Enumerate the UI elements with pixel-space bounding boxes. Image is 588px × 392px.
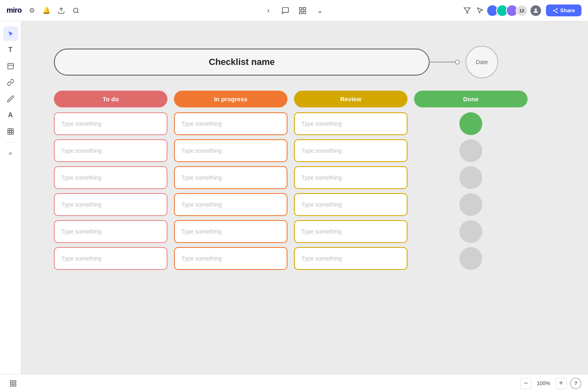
notifications-icon[interactable]: 🔔	[42, 6, 51, 15]
bottombar: − 100% + ?	[0, 374, 588, 392]
checklist-title[interactable]: Checklist name	[54, 49, 430, 76]
todo-card-6[interactable]: Type something	[54, 247, 167, 270]
svg-line-13	[555, 9, 556, 10]
sidebar-tool-link[interactable]	[3, 75, 18, 90]
review-card-5[interactable]: Type something	[294, 220, 408, 243]
board-icon[interactable]	[295, 3, 310, 18]
upload-icon[interactable]	[57, 6, 66, 15]
svg-line-2	[77, 12, 78, 13]
comment-icon[interactable]	[278, 3, 293, 18]
svg-rect-21	[10, 381, 12, 383]
svg-rect-22	[14, 381, 16, 383]
bottombar-left	[7, 377, 20, 390]
sidebar-tool-more[interactable]: »	[3, 146, 18, 160]
checklist-wrap: Checklist name Date To do Type something	[54, 46, 528, 270]
zoom-plus-button[interactable]: +	[555, 378, 567, 389]
inprogress-card-5[interactable]: Type something	[174, 220, 287, 243]
review-card-list: Type something Type something Type somet…	[294, 112, 408, 270]
user-avatar	[530, 4, 542, 17]
chevron-down-icon[interactable]: ⌄	[312, 3, 327, 18]
bottombar-right: − 100% + ?	[520, 378, 581, 389]
filter-icon[interactable]	[463, 6, 472, 15]
topbar-left: miro ⚙ 🔔	[7, 6, 261, 15]
col-header-review[interactable]: Review	[294, 91, 408, 107]
zoom-level: 100%	[535, 380, 552, 386]
review-card-6[interactable]: Type something	[294, 247, 408, 270]
svg-point-1	[74, 8, 78, 13]
todo-card-1[interactable]: Type something	[54, 112, 167, 135]
date-bubble[interactable]: Date	[466, 46, 498, 78]
todo-card-3[interactable]: Type something	[54, 166, 167, 189]
inprogress-card-1[interactable]: Type something	[174, 112, 287, 135]
col-header-done[interactable]: Done	[414, 91, 528, 107]
sidebar-tool-sticky[interactable]	[3, 59, 18, 74]
col-header-inprogress[interactable]: In progress	[174, 91, 287, 107]
column-todo: To do Type something Type something Type…	[54, 91, 167, 270]
zoom-minus-button[interactable]: −	[520, 378, 532, 389]
svg-point-11	[556, 11, 558, 13]
svg-rect-23	[14, 384, 16, 386]
columns: To do Type something Type something Type…	[54, 91, 528, 270]
share-label: Share	[560, 7, 575, 13]
column-done: Done	[414, 91, 528, 270]
review-card-1[interactable]: Type something	[294, 112, 408, 135]
settings-icon[interactable]: ⚙	[27, 6, 36, 15]
review-card-2[interactable]: Type something	[294, 139, 408, 162]
canvas: Checklist name Date To do Type something	[21, 21, 588, 392]
done-circles	[414, 112, 528, 270]
sidebar-separator	[6, 142, 16, 143]
svg-point-10	[553, 10, 555, 11]
topbar-right: 12 Share	[327, 4, 581, 17]
sidebar-tool-select[interactable]	[3, 26, 18, 41]
todo-card-4[interactable]: Type something	[54, 193, 167, 216]
svg-rect-6	[300, 11, 302, 13]
sidebar-tool-text[interactable]: T	[3, 42, 18, 57]
help-button[interactable]: ?	[570, 378, 581, 389]
svg-point-8	[535, 8, 537, 10]
done-circle-1[interactable]	[459, 112, 482, 135]
svg-rect-3	[300, 7, 302, 10]
arrow-icon[interactable]: ›	[261, 3, 276, 18]
avatar-group: 12	[489, 4, 528, 17]
svg-rect-16	[8, 129, 13, 134]
done-circle-2[interactable]	[459, 139, 482, 162]
sidebar: T A »	[0, 21, 21, 392]
svg-line-12	[555, 11, 556, 11]
done-circle-5[interactable]	[459, 220, 482, 243]
sidebar-tool-frame[interactable]	[3, 124, 18, 139]
inprogress-card-2[interactable]: Type something	[174, 139, 287, 162]
svg-rect-14	[8, 63, 13, 69]
cursor-icon[interactable]	[476, 6, 485, 15]
done-circle-4[interactable]	[459, 193, 482, 216]
inprogress-card-3[interactable]: Type something	[174, 166, 287, 189]
pages-icon[interactable]	[7, 377, 20, 390]
avatar-count: 12	[516, 4, 528, 17]
inprogress-card-4[interactable]: Type something	[174, 193, 287, 216]
todo-card-5[interactable]: Type something	[54, 220, 167, 243]
sidebar-tool-shapes[interactable]: A	[3, 108, 18, 122]
todo-card-2[interactable]: Type something	[54, 139, 167, 162]
search-icon[interactable]	[71, 6, 80, 15]
svg-rect-4	[303, 7, 306, 10]
topbar: miro ⚙ 🔔 › ⌄ 12	[0, 0, 588, 21]
col-header-todo[interactable]: To do	[54, 91, 167, 107]
svg-point-9	[556, 8, 558, 10]
done-circle-3[interactable]	[459, 166, 482, 189]
svg-rect-24	[10, 384, 12, 386]
sidebar-tool-pen[interactable]	[3, 91, 18, 106]
column-inprogress: In progress Type something Type somethin…	[174, 91, 287, 270]
review-card-4[interactable]: Type something	[294, 193, 408, 216]
todo-card-list: Type something Type something Type somet…	[54, 112, 167, 270]
done-circle-6[interactable]	[459, 247, 482, 270]
review-card-3[interactable]: Type something	[294, 166, 408, 189]
date-label: Date	[476, 59, 488, 65]
inprogress-card-6[interactable]: Type something	[174, 247, 287, 270]
svg-marker-7	[464, 8, 470, 13]
inprogress-card-list: Type something Type something Type somet…	[174, 112, 287, 270]
miro-logo: miro	[7, 6, 22, 15]
svg-rect-5	[303, 11, 306, 13]
share-button[interactable]: Share	[546, 4, 581, 16]
checklist-header: Checklist name Date	[54, 46, 528, 78]
topbar-center: › ⌄	[261, 3, 327, 18]
column-review: Review Type something Type something Typ…	[294, 91, 408, 270]
